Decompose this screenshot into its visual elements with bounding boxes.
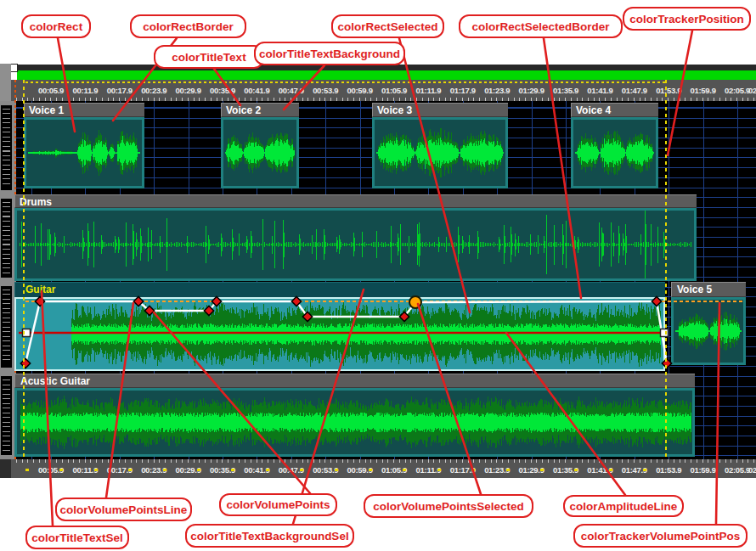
- clip-body-voice3[interactable]: [372, 117, 508, 188]
- callout-label-colorRectBorder: colorRectBorder: [130, 14, 246, 38]
- waveform: [573, 120, 656, 186]
- ruler-timestamp: 01:35.9: [553, 86, 578, 95]
- waveform: [674, 300, 743, 363]
- clip-body-guitar[interactable]: [14, 297, 665, 371]
- clip-title-guitar[interactable]: Guitar: [14, 282, 665, 297]
- clip-title-voice4[interactable]: Voice 4: [571, 103, 658, 117]
- selection-dashes-bottom: [25, 469, 666, 471]
- waveform: [16, 299, 663, 369]
- callout-label-colorTitleText: colorTitleText: [154, 45, 264, 69]
- tracker-position-line[interactable]: [23, 80, 25, 478]
- ruler-timestamp: 01:17.9: [450, 86, 476, 95]
- clip-body-drums[interactable]: [14, 208, 697, 281]
- clip-body-voice1[interactable]: [24, 117, 144, 188]
- overview-scrollbar[interactable]: [17, 70, 756, 80]
- clip-title-voice2[interactable]: Voice 2: [221, 103, 299, 117]
- callout-label-colorTrackerPosition: colorTrackerPosition: [623, 7, 751, 31]
- waveform: [17, 391, 692, 454]
- ruler-timestamp: 01:11.9: [416, 86, 442, 95]
- ruler-timestamp: 02:05.9: [725, 86, 750, 95]
- waveform: [375, 120, 505, 186]
- callout-label-colorRectSelected: colorRectSelected: [331, 14, 444, 38]
- ruler-timestamp: 00:53.9: [313, 86, 338, 95]
- clip-body-acoustic[interactable]: [14, 388, 695, 457]
- ruler-timestamp: 01:29.9: [519, 86, 544, 95]
- callout-label-colorRect: colorRect: [21, 14, 91, 38]
- callout-label-colorVolumePoints: colorVolumePoints: [219, 493, 337, 516]
- overview-scrollbar-track[interactable]: [11, 65, 756, 70]
- ruler-timestamp: 00:59.9: [347, 86, 373, 95]
- clip-title-voice3[interactable]: Voice 3: [372, 103, 508, 117]
- ruler-timestamp: 01:59.9: [691, 86, 716, 95]
- callout-label-colorAmplitudeLine: colorAmplitudeLine: [563, 495, 684, 517]
- waveform: [17, 211, 694, 278]
- track-meter-scale: [1, 105, 12, 190]
- ruler-timestamp: 00:11.9: [73, 86, 99, 95]
- ruler-timestamp: 01:05.9: [381, 86, 407, 95]
- clip-body-voice5[interactable]: [671, 297, 746, 365]
- ruler-timestamp: 00:17.9: [107, 86, 133, 95]
- ruler-timestamp: 01:47.9: [622, 86, 647, 95]
- ruler-timestamp: 00:05.9: [38, 86, 64, 95]
- ruler-timestamp: 00:23.9: [141, 86, 166, 95]
- selection-dashes-top: [25, 82, 666, 83]
- bottom-left-corner-block: [0, 459, 11, 478]
- ruler-timestamp-partial: 02: [748, 465, 756, 475]
- track-meter-scale: [1, 376, 12, 455]
- clip-body-voice2[interactable]: [221, 117, 299, 188]
- clip-title-drums[interactable]: Drums: [14, 194, 697, 208]
- clip-body-voice4[interactable]: [571, 117, 658, 188]
- callout-label-colorVolumePointsSelected: colorVolumePointsSelected: [364, 494, 533, 518]
- ruler-timestamp: 00:41.9: [244, 86, 269, 95]
- tracker-position-line-2[interactable]: [665, 80, 667, 478]
- clip-title-voice5[interactable]: Voice 5: [671, 282, 746, 297]
- track-meter-scale: [1, 199, 12, 278]
- ruler-timestamp: 01:53.9: [656, 86, 681, 95]
- track-meter-scale: [1, 286, 12, 368]
- ruler-timestamp: 01:59.9: [691, 465, 716, 475]
- audio-editor-screenshot: 00:05.900:11.900:17.900:23.900:29.900:35…: [0, 0, 756, 551]
- clip-title-voice1[interactable]: Voice 1: [24, 103, 144, 117]
- overview-scroll-handle[interactable]: [10, 64, 18, 72]
- tracker-volume-point-dashed-line: [25, 301, 745, 302]
- waveform: [223, 120, 296, 186]
- callout-label-colorRectSelectedBorder: colorRectSelectedBorder: [459, 14, 623, 38]
- callout-label-colorTitleTextBackground: colorTitleTextBackground: [254, 42, 405, 65]
- callout-label-colorTitleTextSel: colorTitleTextSel: [25, 526, 129, 549]
- ruler-timestamp: 02:05.9: [725, 465, 750, 475]
- callout-label-colorTrackerVolumePointPos: colorTrackerVolumePointPos: [573, 524, 748, 548]
- top-left-corner-block: [0, 64, 11, 101]
- ruler-tick-marks: [16, 459, 756, 463]
- callout-label-colorVolumePointsLine: colorVolumePointsLine: [55, 498, 192, 521]
- ruler-timestamp: 00:47.9: [279, 86, 304, 95]
- waveform: [26, 120, 142, 186]
- ruler-timestamp: 00:29.9: [176, 86, 201, 95]
- ruler-timestamp: 01:41.9: [587, 86, 612, 95]
- ruler-timestamp: 00:35.9: [210, 86, 235, 95]
- ruler-timestamp-partial: 02: [748, 86, 756, 95]
- callout-label-colorTitleTextBackgroundSel: colorTitleTextBackgroundSel: [185, 524, 354, 548]
- ruler-timestamp: 01:23.9: [484, 86, 510, 95]
- clip-title-acoustic[interactable]: Acustic Guitar: [14, 374, 695, 388]
